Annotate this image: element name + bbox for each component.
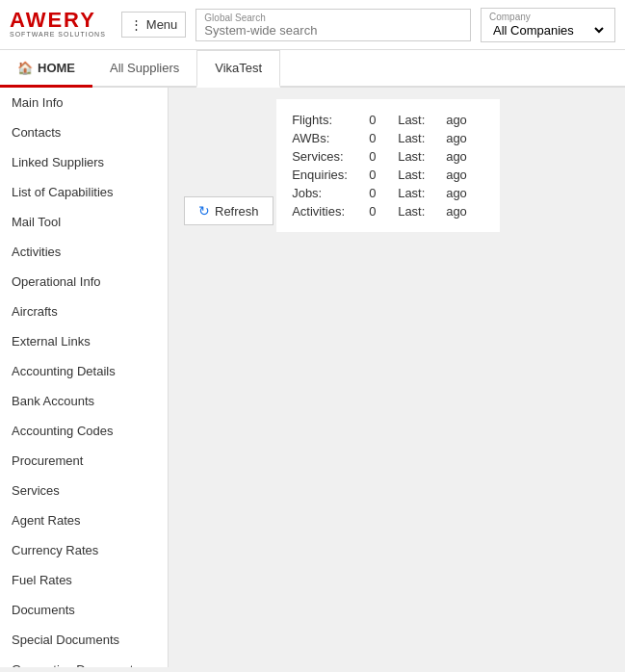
stat-ago: ago xyxy=(446,131,484,145)
menu-dots-icon: ⋮ xyxy=(130,17,143,32)
logo-sub: SOFTWARE SOLUTIONS xyxy=(10,31,106,39)
sidebar-item-operational-info[interactable]: Operational Info xyxy=(0,267,168,297)
stat-label: Flights: xyxy=(292,113,369,127)
refresh-icon: ↻ xyxy=(198,203,210,219)
stat-value: 0 xyxy=(369,186,398,200)
main-layout: Main InfoContactsLinked SuppliersList of… xyxy=(0,88,625,667)
stat-value: 0 xyxy=(369,149,398,164)
company-select-wrap[interactable]: Company All Companies xyxy=(481,8,615,42)
stat-ago: ago xyxy=(446,113,484,127)
tab-vika[interactable]: VikaTest xyxy=(196,50,280,88)
logo-text: AWERY xyxy=(10,10,106,31)
search-label: Global Search xyxy=(204,13,462,23)
stat-row: Enquiries: 0 Last: ago xyxy=(292,166,484,184)
sidebar-item-guaranties-documents[interactable]: Guaranties Documents xyxy=(0,655,168,667)
stat-label: Enquiries: xyxy=(292,168,369,182)
sidebar-item-agent-rates[interactable]: Agent Rates xyxy=(0,505,168,535)
sidebar: Main InfoContactsLinked SuppliersList of… xyxy=(0,88,169,667)
sidebar-item-currency-rates[interactable]: Currency Rates xyxy=(0,535,168,565)
tab-home[interactable]: 🏠 HOME xyxy=(0,50,92,88)
stat-ago: ago xyxy=(446,186,484,200)
stat-last: Last: xyxy=(398,168,446,182)
stat-label: AWBs: xyxy=(292,131,369,145)
sidebar-item-list-of-capabilities[interactable]: List of Capabilities xyxy=(0,177,168,207)
logo-area: AWERY SOFTWARE SOLUTIONS xyxy=(10,10,106,39)
refresh-button[interactable]: ↻ Refresh xyxy=(184,196,273,225)
stat-row: Activities: 0 Last: ago xyxy=(292,202,484,220)
company-label: Company xyxy=(489,12,607,22)
stat-ago: ago xyxy=(446,204,484,219)
top-bar: AWERY SOFTWARE SOLUTIONS ⋮ Menu Global S… xyxy=(0,0,625,50)
sidebar-item-contacts[interactable]: Contacts xyxy=(0,117,168,147)
stat-ago: ago xyxy=(446,149,484,164)
sidebar-item-mail-tool[interactable]: Mail Tool xyxy=(0,207,168,237)
sidebar-item-services[interactable]: Services xyxy=(0,476,168,505)
stat-last: Last: xyxy=(398,186,446,200)
sidebar-item-linked-suppliers[interactable]: Linked Suppliers xyxy=(0,147,168,177)
sidebar-item-bank-accounts[interactable]: Bank Accounts xyxy=(0,386,168,416)
home-icon: 🏠 xyxy=(17,61,33,75)
stat-value: 0 xyxy=(369,113,398,127)
sidebar-item-aircrafts[interactable]: Aircrafts xyxy=(0,297,168,326)
stat-last: Last: xyxy=(398,149,446,164)
stats-table: Flights: 0 Last: ago AWBs: 0 Last: ago S… xyxy=(276,99,500,232)
sidebar-item-procurement[interactable]: Procurement xyxy=(0,446,168,476)
stat-label: Services: xyxy=(292,149,369,164)
tab-all-suppliers[interactable]: All Suppliers xyxy=(92,50,196,88)
sidebar-item-documents[interactable]: Documents xyxy=(0,595,168,625)
stat-row: AWBs: 0 Last: ago xyxy=(292,129,484,147)
sidebar-item-activities[interactable]: Activities xyxy=(0,237,168,267)
stat-value: 0 xyxy=(369,168,398,182)
stat-last: Last: xyxy=(398,204,446,219)
nav-tabs: 🏠 HOME All Suppliers VikaTest xyxy=(0,50,625,88)
sidebar-item-fuel-rates[interactable]: Fuel Rates xyxy=(0,565,168,595)
search-box[interactable]: Global Search xyxy=(195,9,471,41)
sidebar-item-special-documents[interactable]: Special Documents xyxy=(0,625,168,655)
stat-label: Activities: xyxy=(292,204,369,219)
stat-last: Last: xyxy=(398,131,446,145)
home-label: HOME xyxy=(38,61,75,75)
search-input[interactable] xyxy=(204,23,462,38)
company-select[interactable]: All Companies xyxy=(489,22,607,39)
vika-label: VikaTest xyxy=(215,61,262,75)
refresh-label: Refresh xyxy=(215,204,259,219)
sidebar-item-external-links[interactable]: External Links xyxy=(0,326,168,356)
stat-ago: ago xyxy=(446,168,484,182)
stat-row: Flights: 0 Last: ago xyxy=(292,111,484,129)
stat-value: 0 xyxy=(369,131,398,145)
menu-label: Menu xyxy=(146,17,178,32)
stat-row: Services: 0 Last: ago xyxy=(292,147,484,166)
sidebar-item-main-info[interactable]: Main Info xyxy=(0,88,168,117)
main-content: ↻ Refresh Flights: 0 Last: ago AWBs: 0 L… xyxy=(169,88,625,667)
all-suppliers-label: All Suppliers xyxy=(110,61,179,75)
stat-label: Jobs: xyxy=(292,186,369,200)
stat-last: Last: xyxy=(398,113,446,127)
stat-value: 0 xyxy=(369,204,398,219)
menu-button[interactable]: ⋮ Menu xyxy=(121,12,187,38)
sidebar-item-accounting-codes[interactable]: Accounting Codes xyxy=(0,416,168,446)
sidebar-item-accounting-details[interactable]: Accounting Details xyxy=(0,356,168,386)
stat-row: Jobs: 0 Last: ago xyxy=(292,184,484,202)
